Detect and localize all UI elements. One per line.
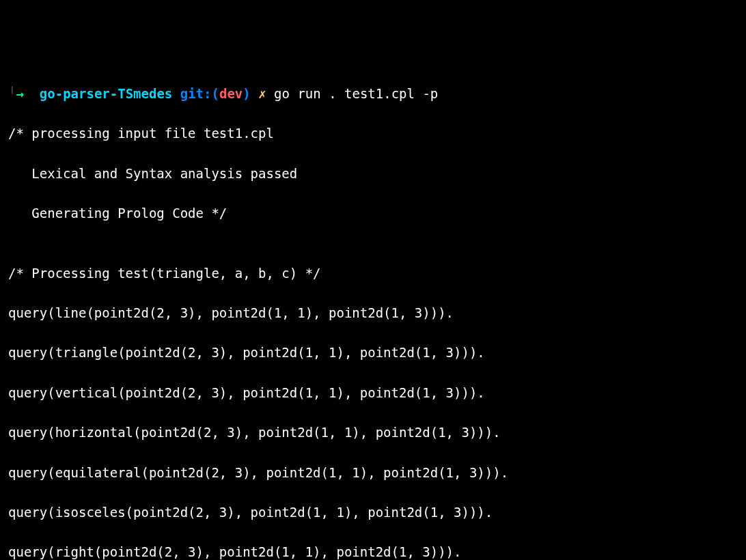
prompt-dir: go-parser-TSmedes: [40, 86, 172, 101]
prompt-dirty-icon: ✗: [258, 86, 266, 101]
prompt-arrow-icon: →: [16, 86, 23, 101]
output-line: /* processing input file test1.cpl: [8, 124, 738, 143]
output-line: query(equilateral(point2d(2, 3), point2d…: [8, 463, 738, 483]
prompt-arrow-outer-icon: ╵: [8, 86, 16, 101]
output-line: Lexical and Syntax analysis passed: [8, 164, 738, 184]
prompt-line[interactable]: ╵→ go-parser-TSmedes git:(dev) ✗ go run …: [8, 84, 738, 104]
output-line: Generating Prolog Code */: [8, 204, 738, 223]
prompt-branch: dev: [219, 86, 243, 101]
prompt-paren-open: (: [212, 86, 219, 101]
prompt-paren-close: ): [243, 86, 250, 101]
output-line: query(isosceles(point2d(2, 3), point2d(1…: [8, 503, 738, 522]
output-line: /* Processing test(triangle, a, b, c) */: [8, 264, 738, 283]
output-line: query(line(point2d(2, 3), point2d(1, 1),…: [8, 303, 738, 323]
output-line: query(vertical(point2d(2, 3), point2d(1,…: [8, 383, 738, 403]
output-line: query(triangle(point2d(2, 3), point2d(1,…: [8, 343, 738, 363]
output-line: query(horizontal(point2d(2, 3), point2d(…: [8, 423, 738, 443]
output-line: query(right(point2d(2, 3), point2d(1, 1)…: [8, 542, 738, 560]
prompt-git-label: git:: [180, 86, 212, 101]
prompt-command: go run . test1.cpl -p: [274, 86, 438, 101]
